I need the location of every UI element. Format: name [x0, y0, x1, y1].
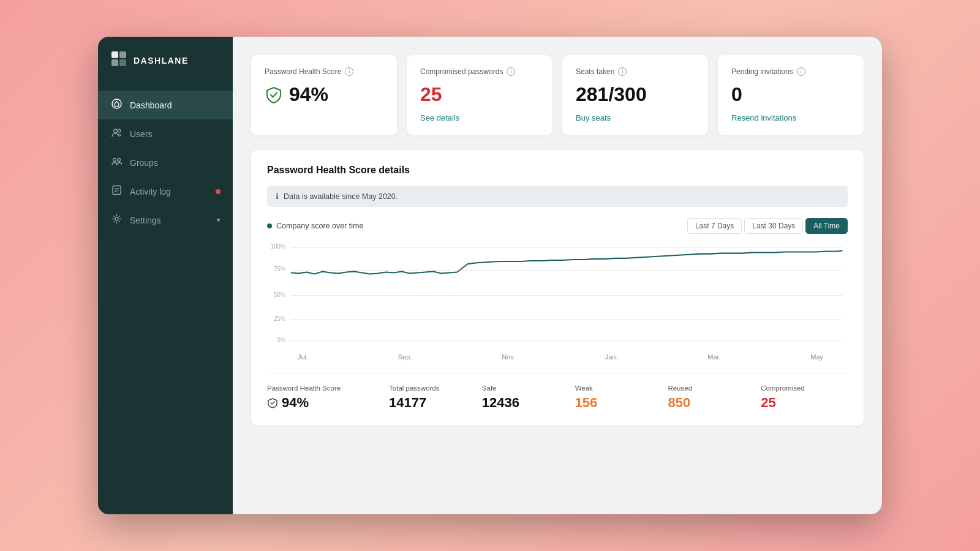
users-icon	[110, 127, 123, 140]
svg-point-8	[117, 159, 120, 162]
chart-x-labels: Jul. Sep. Nov. Jan. Mar. May	[267, 353, 848, 361]
seats-title: Seats taken i	[576, 67, 695, 76]
stat-card-compromised: Compromised passwords i 25 See details	[407, 55, 552, 135]
svg-point-5	[113, 129, 117, 133]
x-label-may: May	[810, 353, 823, 361]
x-label-jul: Jul.	[298, 353, 308, 361]
summary-total-value: 14177	[389, 395, 476, 411]
svg-text:75%: 75%	[274, 266, 285, 273]
logo-icon	[110, 50, 127, 71]
logo-area: DASHLANE	[98, 37, 233, 84]
invitations-value: 0	[731, 83, 850, 106]
time-btn-30days[interactable]: Last 30 Days	[744, 218, 803, 234]
chart-card: Password Health Score details ℹ Data is …	[251, 150, 864, 425]
seats-info-icon[interactable]: i	[618, 67, 627, 76]
svg-text:25%: 25%	[274, 315, 285, 322]
summary-safe-label: Safe	[482, 384, 569, 392]
svg-point-6	[118, 129, 121, 132]
summary-total-label: Total passwords	[389, 384, 476, 392]
chart-svg: 100% 75% 50% 25% 0%	[267, 240, 848, 347]
summary-safe-value: 12436	[482, 395, 569, 411]
chart-title: Password Health Score details	[267, 165, 848, 176]
groups-icon	[110, 156, 123, 169]
chart-legend: Company score over time	[267, 222, 363, 230]
sidebar-item-label-settings: Settings	[130, 216, 209, 225]
summary-reused-label: Reused	[668, 384, 755, 392]
activity-badge	[216, 189, 221, 194]
time-btn-7days[interactable]: Last 7 Days	[687, 218, 742, 234]
dashboard-icon	[110, 99, 123, 111]
info-banner: ℹ Data is available since May 2020.	[267, 186, 848, 207]
sidebar-item-groups[interactable]: Groups	[98, 148, 233, 177]
summary-health-label: Password Health Score	[267, 384, 383, 392]
compromised-info-icon[interactable]: i	[507, 67, 515, 76]
sidebar: DASHLANE Dashboard	[98, 37, 233, 514]
summary-weak: Weak 156	[575, 384, 662, 411]
settings-chevron-icon: ▾	[217, 216, 221, 224]
seats-buy-link[interactable]: Buy seats	[576, 113, 611, 122]
svg-point-7	[113, 159, 116, 162]
sidebar-item-dashboard[interactable]: Dashboard	[98, 91, 233, 119]
sidebar-item-label-dashboard: Dashboard	[130, 100, 221, 110]
summary-reused-value: 850	[668, 395, 755, 411]
svg-rect-3	[119, 59, 126, 66]
invitations-resend-link[interactable]: Resend invitations	[731, 113, 796, 122]
summary-compromised-value: 25	[761, 395, 848, 411]
stat-card-seats: Seats taken i 281/300 Buy seats	[562, 55, 708, 135]
summary-weak-label: Weak	[575, 384, 662, 392]
summary-total-passwords: Total passwords 14177	[389, 384, 476, 411]
chart-header: Company score over time Last 7 Days Last…	[267, 218, 848, 234]
sidebar-item-label-activity: Activity log	[130, 187, 208, 197]
x-label-mar: Mar.	[707, 353, 720, 361]
summary-row: Password Health Score 94% Total password…	[267, 373, 848, 411]
summary-compromised-label: Compromised	[761, 384, 848, 392]
main-content: Password Health Score i 94% Compromised …	[233, 37, 882, 514]
compromised-title: Compromised passwords i	[420, 67, 539, 76]
svg-point-13	[115, 217, 118, 220]
logo-text: DASHLANE	[134, 56, 189, 66]
invitations-title: Pending invitations i	[731, 67, 850, 76]
sidebar-item-settings[interactable]: Settings ▾	[98, 206, 233, 234]
sidebar-item-label-groups: Groups	[130, 158, 221, 168]
health-score-value: 94%	[265, 83, 383, 106]
time-btn-alltime[interactable]: All Time	[805, 218, 848, 234]
svg-text:50%: 50%	[274, 291, 285, 298]
device-frame: DASHLANE Dashboard	[98, 37, 882, 514]
svg-rect-2	[111, 59, 118, 66]
svg-text:100%: 100%	[271, 243, 285, 250]
summary-shield-icon	[267, 397, 278, 408]
summary-weak-value: 156	[575, 395, 662, 411]
time-filter-buttons: Last 7 Days Last 30 Days All Time	[687, 218, 848, 234]
stats-row: Password Health Score i 94% Compromised …	[251, 55, 864, 135]
legend-dot-icon	[267, 223, 272, 228]
health-score-title: Password Health Score i	[265, 67, 383, 76]
chart-area: 100% 75% 50% 25% 0%	[267, 240, 848, 347]
svg-text:0%: 0%	[277, 336, 285, 343]
svg-point-4	[112, 99, 121, 108]
info-banner-icon: ℹ	[276, 192, 279, 201]
sidebar-item-users[interactable]: Users	[98, 119, 233, 148]
summary-health-value: 94%	[267, 395, 383, 411]
sidebar-navigation: Dashboard Users	[98, 91, 233, 234]
health-score-info-icon[interactable]: i	[345, 67, 353, 76]
seats-value: 281/300	[576, 83, 695, 106]
sidebar-item-activity-log[interactable]: Activity log	[98, 177, 233, 206]
shield-icon	[265, 86, 283, 104]
x-label-sep: Sep.	[398, 353, 412, 361]
settings-icon	[110, 214, 123, 227]
compromised-see-details-link[interactable]: See details	[420, 113, 459, 122]
x-label-jan: Jan.	[605, 353, 618, 361]
activity-icon	[110, 185, 123, 198]
sidebar-item-label-users: Users	[130, 129, 221, 139]
x-label-nov: Nov.	[502, 353, 515, 361]
stat-card-invitations: Pending invitations i 0 Resend invitatio…	[718, 55, 864, 135]
summary-reused: Reused 850	[668, 384, 755, 411]
summary-health-score: Password Health Score 94%	[267, 384, 383, 411]
stat-card-health-score: Password Health Score i 94%	[251, 55, 397, 135]
summary-compromised: Compromised 25	[761, 384, 848, 411]
invitations-info-icon[interactable]: i	[797, 67, 805, 76]
summary-safe: Safe 12436	[482, 384, 569, 411]
compromised-value: 25	[420, 83, 539, 106]
svg-rect-0	[111, 51, 118, 58]
svg-rect-1	[119, 51, 126, 58]
